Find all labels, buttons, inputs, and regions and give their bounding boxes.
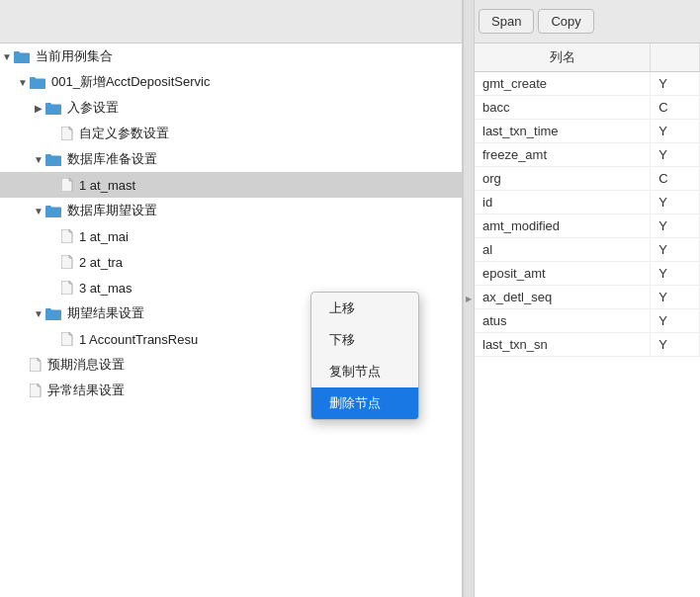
tree-label: 数据库准备设置 <box>67 150 157 168</box>
table-container: 列名 gmt_createYbaccClast_txn_timeYfreeze_… <box>475 43 700 597</box>
tree-label: 期望结果设置 <box>67 304 144 322</box>
tree-item-node2[interactable]: ▶ 入参设置 <box>0 95 462 121</box>
table-row: amt_modifiedY <box>475 214 700 238</box>
tree-label: 当前用例集合 <box>36 47 113 65</box>
tree-arrow: ▼ <box>0 51 14 62</box>
context-menu: 上移下移复制节点删除节点 <box>310 292 419 420</box>
tree-label: 数据库期望设置 <box>67 202 157 219</box>
col-name: amt_modified <box>475 214 651 238</box>
context-menu-item-copy-node[interactable]: 复制节点 <box>311 356 418 387</box>
col-val: C <box>651 96 700 120</box>
col-val: C <box>651 167 700 191</box>
tree-label: 1 at_mai <box>79 229 129 244</box>
tree-label: 1 AccountTransResu <box>79 332 198 347</box>
tree-item-node4[interactable]: ▼ 数据库准备设置 <box>0 146 462 172</box>
col-name: eposit_amt <box>475 262 651 286</box>
tree-item-node3[interactable]: 自定义参数设置 <box>0 121 462 146</box>
table-row: eposit_amtY <box>475 262 700 286</box>
tree-label: 异常结果设置 <box>47 382 125 399</box>
col-name: id <box>475 191 651 214</box>
tree-item-node7[interactable]: 1 at_mai <box>0 223 462 249</box>
col-name: ax_detl_seq <box>475 286 651 309</box>
folder-icon <box>45 101 63 115</box>
context-menu-item-delete-node[interactable]: 删除节点 <box>311 387 418 419</box>
tree-label: 1 at_mast <box>79 178 135 193</box>
table-row: alY <box>475 238 700 262</box>
right-btn-span[interactable]: Span <box>479 9 534 34</box>
tree-item-node5[interactable]: 1 at_mast <box>0 172 462 198</box>
tree-item-node6[interactable]: ▼ 数据库期望设置 <box>0 198 462 223</box>
col-val: Y <box>651 214 700 238</box>
col-val: Y <box>651 143 700 167</box>
file-icon <box>61 177 75 193</box>
file-icon <box>30 383 44 398</box>
tree-item-root[interactable]: ▼ 当前用例集合 <box>0 43 462 69</box>
right-panel: SpanCopy 列名 gmt_createYbaccClast_txn_tim… <box>475 0 700 597</box>
col-val: Y <box>651 286 700 309</box>
file-icon <box>61 254 75 270</box>
col-val: Y <box>651 262 700 286</box>
tree-label: 3 at_mas <box>79 281 131 296</box>
table-row: idY <box>475 191 700 214</box>
col-name: al <box>475 238 651 262</box>
file-icon <box>61 228 75 244</box>
table-header <box>651 43 700 72</box>
left-panel: ▼ 当前用例集合▼ 001_新增AcctDepositServic▶ 入参设置 … <box>0 0 463 597</box>
file-icon <box>61 331 75 347</box>
tree-arrow: ▼ <box>32 206 45 216</box>
col-name: last_txn_sn <box>475 333 651 357</box>
table-row: gmt_createY <box>475 72 700 96</box>
right-btn-copy[interactable]: Copy <box>538 9 593 34</box>
table-row: last_txn_snY <box>475 333 700 357</box>
col-name: gmt_create <box>475 72 651 96</box>
context-menu-item-move-up[interactable]: 上移 <box>311 293 418 324</box>
table-header: 列名 <box>475 43 651 72</box>
tree-arrow: ▼ <box>32 154 45 165</box>
file-icon <box>61 280 75 296</box>
folder-icon <box>45 204 63 217</box>
col-name: atus <box>475 309 651 333</box>
tree-item-node8[interactable]: 2 at_tra <box>0 249 462 275</box>
context-menu-item-move-down[interactable]: 下移 <box>311 324 418 356</box>
col-name: freeze_amt <box>475 143 651 167</box>
folder-icon <box>14 49 32 63</box>
data-table: 列名 gmt_createYbaccClast_txn_timeYfreeze_… <box>475 43 700 357</box>
folder-icon <box>45 152 63 166</box>
table-row: orgC <box>475 167 700 191</box>
table-row: atusY <box>475 309 700 333</box>
file-icon <box>30 357 44 373</box>
table-row: freeze_amtY <box>475 143 700 167</box>
tree-arrow: ▼ <box>16 77 30 88</box>
col-name: last_txn_time <box>475 120 651 143</box>
tree-label: 入参设置 <box>67 99 119 117</box>
table-row: baccC <box>475 96 700 120</box>
tree-label: 预期消息设置 <box>47 356 125 374</box>
folder-icon <box>30 75 47 89</box>
tree-item-node1[interactable]: ▼ 001_新增AcctDepositServic <box>0 69 462 95</box>
col-name: org <box>475 167 651 191</box>
col-val: Y <box>651 238 700 262</box>
tree-label: 自定义参数设置 <box>79 125 169 142</box>
file-icon <box>61 126 75 141</box>
folder-icon <box>45 306 63 320</box>
tree-arrow: ▼ <box>32 308 45 319</box>
divider-handle[interactable] <box>463 0 475 597</box>
right-toolbar: SpanCopy <box>475 0 700 43</box>
tree-label: 001_新增AcctDepositServic <box>51 73 210 91</box>
col-val: Y <box>651 72 700 96</box>
tree-label: 2 at_tra <box>79 255 123 270</box>
toolbar <box>0 0 462 43</box>
col-val: Y <box>651 333 700 357</box>
col-val: Y <box>651 120 700 143</box>
tree-arrow: ▶ <box>32 103 45 114</box>
table-row: ax_detl_seqY <box>475 286 700 309</box>
col-val: Y <box>651 191 700 214</box>
col-val: Y <box>651 309 700 333</box>
table-row: last_txn_timeY <box>475 120 700 143</box>
col-name: bacc <box>475 96 651 120</box>
